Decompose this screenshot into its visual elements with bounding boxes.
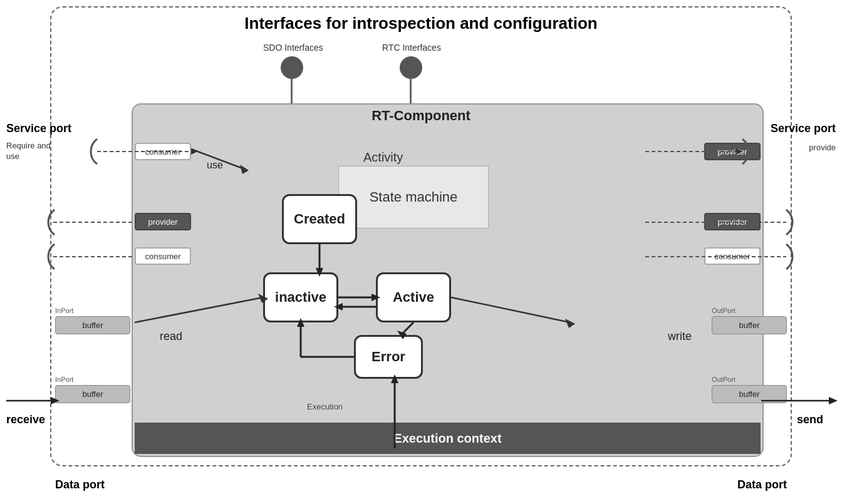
provider-port-top-right: provider [704, 143, 761, 160]
inactive-state: inactive [263, 272, 338, 322]
read-label: read [160, 330, 182, 343]
inport-label-top: InPort [55, 307, 130, 314]
outport-label-top: OutPort [712, 307, 787, 314]
inport-label-bot: InPort [55, 376, 130, 383]
inport-buffer-bot: buffer [55, 385, 130, 403]
created-state: Created [282, 194, 357, 244]
rtc-interface-icon [400, 56, 422, 79]
activity-label: Activity [363, 150, 403, 165]
inport-area-top: InPort buffer [55, 307, 130, 334]
execution-label: Execution [307, 402, 343, 411]
send-label: send [797, 413, 823, 426]
execution-context-label: Execution context [393, 431, 501, 446]
provider-port-mid-right: provider [704, 213, 761, 230]
error-state: Error [354, 335, 423, 379]
write-label: write [668, 330, 692, 343]
sdo-label: SDO Interfaces [263, 43, 323, 53]
inport-buffer-top: buffer [55, 316, 130, 334]
outport-buffer-top: buffer [712, 316, 787, 334]
diagram-title: Interfaces for introspection and configu… [0, 14, 842, 33]
provider-port-mid-left: provider [135, 213, 191, 230]
consumer-port-mid-left: consumer [135, 247, 191, 265]
provide-label: provide [809, 143, 836, 152]
use-label: use [207, 160, 223, 171]
service-port-left-label: Service port [6, 122, 71, 135]
rtc-label: RTC Interfaces [382, 43, 441, 53]
state-machine-label: State machine [370, 189, 458, 205]
diagram-container: Interfaces for introspection and configu… [0, 0, 842, 504]
data-port-left-label: Data port [55, 478, 105, 491]
require-use-label: Require anduse [6, 141, 51, 162]
consumer-port-mid-right: consumer [704, 247, 761, 265]
outport-label-bot: OutPort [712, 376, 787, 383]
rt-component-label: RT-Component [0, 108, 842, 124]
outport-area-bot: OutPort buffer [712, 376, 787, 403]
outport-buffer-bot: buffer [712, 385, 787, 403]
receive-label: receive [6, 413, 45, 426]
state-machine-box: State machine [338, 166, 489, 229]
execution-context-bar: Execution context [135, 423, 761, 454]
service-port-right-label: Service port [771, 122, 836, 135]
outport-area-top: OutPort buffer [712, 307, 787, 334]
inport-area-bot: InPort buffer [55, 376, 130, 403]
svg-marker-30 [829, 397, 838, 404]
active-state: Active [376, 272, 451, 322]
consumer-port-top-left: consumer [135, 143, 191, 160]
data-port-right-label: Data port [737, 478, 787, 491]
sdo-interface-icon [281, 56, 303, 79]
